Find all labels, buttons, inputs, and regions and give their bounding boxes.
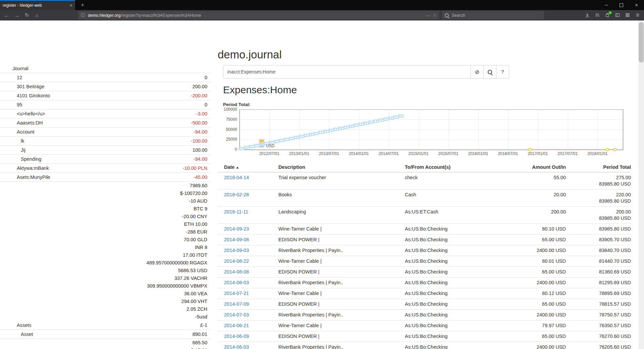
register-total-cell: 78815.57 USD bbox=[566, 299, 631, 310]
column-header-amount-out-in[interactable]: Amount Out/In bbox=[499, 162, 566, 172]
account-link[interactable]: Asset bbox=[0, 330, 193, 339]
library-button[interactable] bbox=[592, 10, 602, 20]
transaction-date-link[interactable]: 2014-08-22 bbox=[224, 258, 249, 264]
account-balance: 337.26 VACHR bbox=[174, 275, 207, 282]
sidebar-rows: 120301 Beiträge200.004101 Girokonto-200.… bbox=[0, 73, 211, 349]
url-domain: demo.hledger.org bbox=[88, 13, 120, 18]
account-link[interactable]: 4101 Girokonto bbox=[0, 91, 191, 100]
transaction-date-link[interactable]: 2018-02-28 bbox=[224, 192, 249, 197]
x-axis-tick-label: 2016/01/01 bbox=[468, 151, 488, 156]
account-link[interactable]: Assets bbox=[0, 321, 200, 330]
extension-button[interactable] bbox=[602, 10, 612, 20]
transaction-date-link[interactable]: 2014-06-21 bbox=[224, 323, 249, 328]
register-row: 2014-09-23Wine-Tarner Cable |As:US:Bo:Ch… bbox=[218, 224, 631, 235]
account-balance: 890.01 bbox=[193, 330, 207, 339]
sidebar-row: 337.26 VACHR bbox=[0, 275, 211, 282]
register-total-cell: 83840.70 USD bbox=[566, 245, 631, 256]
sidebar-row: ETH 10.00 bbox=[0, 220, 211, 228]
register-date-cell: 2018-02-28 bbox=[218, 190, 278, 207]
column-header-period-total[interactable]: Period Total bbox=[566, 162, 631, 172]
transaction-date-link[interactable]: 2014-06-09 bbox=[224, 334, 249, 339]
register-total-cell: 76350.57 USD bbox=[566, 320, 631, 331]
browser-search-bar[interactable] bbox=[442, 11, 544, 19]
back-button[interactable]: ← bbox=[2, 10, 11, 20]
sidebar-toggle-button[interactable] bbox=[612, 10, 623, 20]
register-account-cell: As:US:Bo:Checking bbox=[405, 278, 499, 288]
account-link[interactable]: 12 bbox=[0, 73, 205, 82]
account-link[interactable]: Spending bbox=[0, 155, 194, 163]
browser-toolbar: ← → ↻ ⌂ ⓘ demo.hledger.org/register?q=in… bbox=[0, 10, 644, 20]
chart-plot-area: USD bbox=[239, 109, 623, 150]
period-total-line: 76205.60 USD bbox=[566, 344, 631, 349]
transaction-date-link[interactable]: 2016-11-11 bbox=[224, 209, 248, 214]
transaction-date-link[interactable]: 2018-04-14 bbox=[224, 175, 249, 180]
column-header-to-from-account-s-[interactable]: To/From Account(s) bbox=[405, 162, 499, 172]
sidebar-heading-journal[interactable]: Journal bbox=[0, 64, 211, 73]
account-link[interactable]: Asets:MunyPile bbox=[0, 173, 194, 182]
menu-button[interactable]: ≡ bbox=[633, 10, 643, 20]
url-bar[interactable]: ⓘ demo.hledger.org/register?q=inacct%3AE… bbox=[78, 11, 439, 19]
x-axis-tick-label: 2014/07/01 bbox=[379, 151, 399, 156]
account-link[interactable]: Aktywa:mBank bbox=[0, 164, 183, 172]
account-link[interactable]: <u>hello</u> bbox=[0, 109, 196, 118]
clear-query-button[interactable]: ⊘ bbox=[471, 65, 484, 79]
account-balance: 200.00 bbox=[193, 82, 207, 91]
query-input[interactable] bbox=[223, 65, 471, 79]
tab-close-icon[interactable]: × bbox=[70, 3, 72, 8]
register-amount-cell: 79.97 USD bbox=[499, 320, 566, 331]
transaction-date-link[interactable]: 2014-08-03 bbox=[224, 280, 249, 285]
help-button[interactable]: ? bbox=[496, 65, 509, 79]
transaction-date-link[interactable]: 2014-06-03 bbox=[224, 344, 249, 349]
register-amount-cell: 65.00 USD bbox=[499, 331, 566, 342]
page-scrollbar[interactable] bbox=[638, 20, 644, 349]
scrollbar-thumb[interactable] bbox=[639, 22, 644, 62]
account-heading: Expenses:Home bbox=[223, 84, 631, 96]
download-button[interactable] bbox=[582, 10, 592, 20]
column-header-description[interactable]: Description bbox=[278, 162, 405, 172]
y-axis-tick-label: 100000 bbox=[223, 107, 237, 112]
register-total-cell: 275.0083985.80 USD bbox=[566, 172, 631, 190]
account-link[interactable]: lk bbox=[0, 137, 191, 145]
account-balance: -94.00 bbox=[194, 128, 207, 136]
column-header-date[interactable]: Date bbox=[218, 162, 278, 172]
download-icon bbox=[585, 12, 590, 18]
minimize-button[interactable] bbox=[599, 0, 614, 10]
account-link[interactable]: Jij bbox=[0, 146, 193, 154]
page-content: Journal 120301 Beiträge200.004101 Giroko… bbox=[0, 20, 644, 349]
maximize-button[interactable] bbox=[614, 0, 629, 10]
transaction-date-link[interactable]: 2014-07-03 bbox=[224, 312, 249, 317]
sidebar-row: Aktywa:mBank-10.00 PLN bbox=[0, 163, 211, 172]
account-balance: $-100720.00 bbox=[180, 190, 207, 197]
account-link[interactable]: Account bbox=[0, 128, 194, 136]
register-amount-cell: 65.00 USD bbox=[499, 299, 566, 310]
account-link[interactable]: Aaasets:DH bbox=[0, 118, 191, 127]
register-total-cell: 78895.69 USD bbox=[566, 288, 631, 299]
browser-search-input[interactable] bbox=[451, 13, 541, 18]
grid-button[interactable] bbox=[623, 10, 633, 20]
register-description-cell: Trial expense voucher bbox=[278, 172, 405, 190]
account-balance: 0 bbox=[205, 100, 207, 109]
transaction-date-link[interactable]: 2014-09-08 bbox=[224, 237, 249, 242]
forward-button[interactable]: → bbox=[12, 10, 21, 20]
register-amount-cell: 2400.00 USD bbox=[499, 342, 566, 349]
register-row: 2014-09-03RiverBank Properties | Payin..… bbox=[218, 245, 631, 256]
transaction-date-link[interactable]: 2014-08-08 bbox=[224, 269, 249, 275]
register-amount-cell: 55.00 bbox=[499, 172, 566, 190]
page-actions-icon[interactable]: ⋯ bbox=[426, 13, 430, 18]
reload-button[interactable]: ↻ bbox=[22, 10, 32, 20]
sidebar-row: -10 AUD bbox=[0, 197, 211, 205]
search-submit-button[interactable] bbox=[484, 65, 496, 79]
transaction-date-link[interactable]: 2014-07-21 bbox=[224, 291, 249, 296]
sidebar-row: 120 bbox=[0, 73, 211, 82]
account-link[interactable]: 95 bbox=[0, 100, 205, 109]
close-button[interactable]: × bbox=[629, 0, 644, 10]
browser-tab[interactable]: register - hledger-web × bbox=[0, 0, 75, 10]
new-tab-button[interactable]: + bbox=[78, 0, 87, 10]
transaction-date-link[interactable]: 2014-09-03 bbox=[224, 248, 249, 253]
home-button[interactable]: ⌂ bbox=[32, 10, 42, 20]
transaction-date-link[interactable]: 2014-09-23 bbox=[224, 226, 249, 232]
site-info-icon[interactable]: ⓘ bbox=[81, 12, 85, 18]
bookmark-star-icon[interactable]: ☆ bbox=[433, 13, 437, 18]
transaction-date-link[interactable]: 2014-07-09 bbox=[224, 301, 249, 307]
account-link[interactable]: 301 Beiträge bbox=[0, 82, 193, 91]
